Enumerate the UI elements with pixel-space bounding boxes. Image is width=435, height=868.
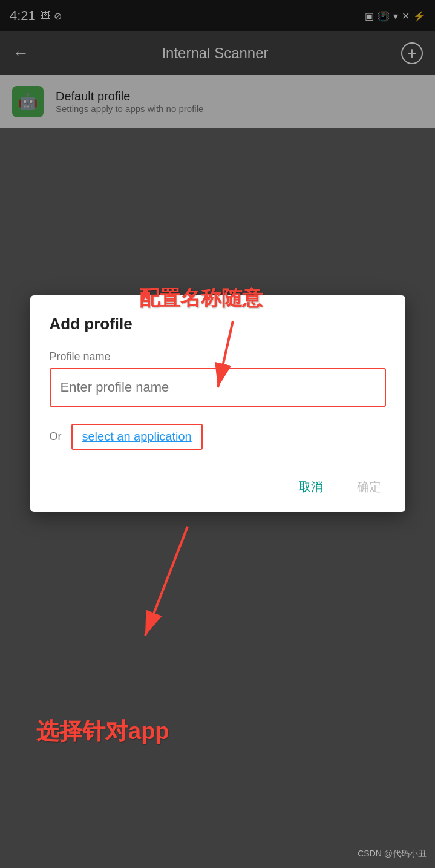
add-profile-dialog: Add profile Profile name Or select an ap… xyxy=(30,295,405,512)
ok-button[interactable]: 确定 xyxy=(352,474,386,500)
dialog-title: Add profile xyxy=(50,315,386,334)
profile-name-input[interactable] xyxy=(51,369,385,406)
dialog-overlay: Add profile Profile name Or select an ap… xyxy=(0,0,435,868)
profile-name-label: Profile name xyxy=(50,350,386,363)
or-text: Or xyxy=(50,430,62,443)
or-row: Or select an application xyxy=(50,424,386,450)
watermark: CSDN @代码小丑 xyxy=(358,849,427,860)
select-application-link[interactable]: select an application xyxy=(71,424,203,450)
dialog-actions: 取消 确定 xyxy=(50,469,386,500)
profile-name-input-wrapper xyxy=(50,368,386,407)
cancel-button[interactable]: 取消 xyxy=(294,474,328,500)
